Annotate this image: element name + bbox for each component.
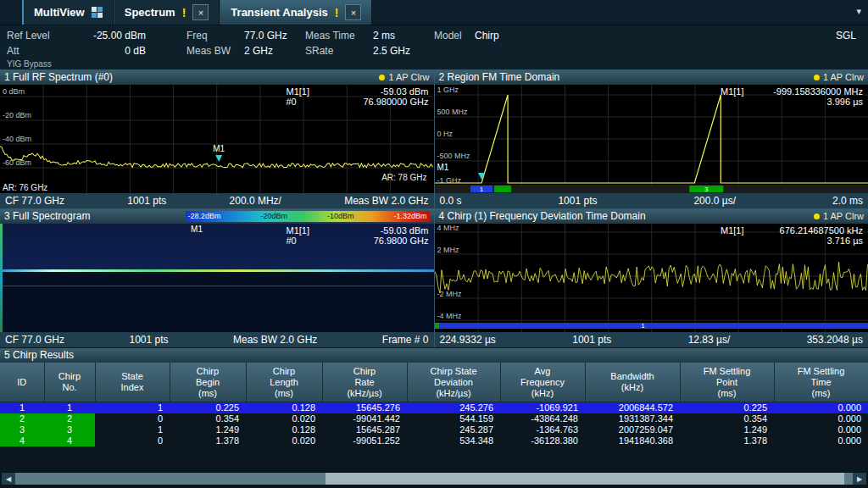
trace-info: 1 AP Clrw bbox=[814, 70, 864, 85]
table-cell: 0 bbox=[95, 413, 170, 424]
table-cell: 1 bbox=[0, 402, 44, 414]
footer-start: 0.0 s bbox=[440, 195, 462, 207]
yig-bypass-status: YIG Bypass bbox=[0, 58, 868, 69]
footer-scale: 12.83 µs/ bbox=[688, 334, 731, 346]
footer-scale: 200.0 MHz/ bbox=[230, 195, 281, 207]
rf-spectrum-trace-svg: M1 bbox=[0, 85, 434, 193]
horizontal-scrollbar[interactable]: ◀ ▶ bbox=[2, 473, 866, 485]
table-cell: -99041.442 bbox=[322, 413, 407, 424]
panel-title-bar[interactable]: 4 Chirp (1) Frequency Deviation Time Dom… bbox=[435, 209, 868, 224]
table-cell: 0.000 bbox=[774, 413, 868, 424]
footer-points: 1001 pts bbox=[572, 334, 611, 346]
column-header: Chirp Length (ms) bbox=[246, 363, 322, 402]
table-row[interactable]: 3311.2490.12815645.287245.287-1364.76320… bbox=[0, 424, 868, 435]
table-cell: -99051.252 bbox=[322, 435, 407, 446]
table-cell: 2006844.572 bbox=[585, 402, 680, 414]
panel-title: 1 Full RF Spectrum (#0) bbox=[4, 70, 113, 85]
axis-footer: 0.0 s 1001 pts 200.0 µs/ 2.0 ms bbox=[435, 193, 868, 208]
column-header: Chirp Rate (kHz/µs) bbox=[322, 363, 407, 402]
panel-region-fm-time-domain[interactable]: 2 Region FM Time Domain 1 AP Clrw 13 1 G… bbox=[435, 70, 868, 208]
table-cell: 2007259.047 bbox=[585, 424, 680, 435]
footer-frame: Frame # 0 bbox=[382, 334, 429, 346]
axis-footer: CF 77.0 GHz 1001 pts 200.0 MHz/ Meas BW … bbox=[0, 193, 434, 208]
ref-level-value[interactable]: -25.00 dBm bbox=[68, 30, 146, 42]
panel-chirp-frequency-deviation[interactable]: 4 Chirp (1) Frequency Deviation Time Dom… bbox=[435, 209, 868, 347]
axis-footer: 224.9332 µs 1001 pts 12.83 µs/ 353.2048 … bbox=[435, 332, 868, 347]
fm-time-domain-chart[interactable]: 13 1 GHz 500 MHz 0 Hz -500 MHz -1 GHz M1… bbox=[435, 85, 868, 193]
table-cell: 1 bbox=[95, 402, 170, 414]
svg-text:1: 1 bbox=[479, 186, 483, 193]
trace-info: 1 AP Clrw bbox=[814, 209, 864, 224]
svg-text:1: 1 bbox=[641, 323, 645, 330]
column-header: Chirp Begin (ms) bbox=[170, 363, 246, 402]
results-title-bar[interactable]: 5 Chirp Results bbox=[0, 348, 868, 363]
table-cell: 0.000 bbox=[774, 424, 868, 435]
panel-full-rf-spectrum[interactable]: 1 Full RF Spectrum (#0) 1 AP Clrw M1 0 d… bbox=[0, 70, 434, 208]
trace-color-icon bbox=[379, 75, 385, 80]
footer-scale: 200.0 µs/ bbox=[693, 195, 736, 207]
tab-label: MultiView bbox=[34, 6, 85, 19]
rf-spectrum-chart[interactable]: M1 0 dBm -20 dBm -40 dBm -60 dBm M1[1]-5… bbox=[0, 85, 434, 193]
spectrogram-color-scale: -28.2dBm -20dBm -10dBm -1.32dBm bbox=[186, 211, 430, 222]
meas-bw-label: Meas BW bbox=[186, 45, 244, 57]
table-cell: 0.020 bbox=[246, 435, 322, 446]
meas-bw-value[interactable]: 2 GHz bbox=[244, 45, 305, 57]
tab-label: Transient Analysis bbox=[231, 6, 327, 19]
column-header: ID bbox=[0, 363, 44, 402]
chevron-down-icon[interactable]: ▾ bbox=[856, 6, 861, 17]
tab-multiview[interactable]: MultiView bbox=[22, 0, 114, 25]
table-cell: 2 bbox=[44, 413, 95, 424]
table-cell: 1.378 bbox=[170, 435, 246, 446]
scrollbar-thumb[interactable] bbox=[326, 473, 845, 485]
spectrogram-chart[interactable]: M1 M1[1]-59.03 dBm #076.9800 GHz bbox=[0, 224, 434, 332]
deviation-trace-svg: 1 bbox=[435, 224, 868, 332]
table-cell: 245.276 bbox=[407, 402, 500, 414]
model-label: Model bbox=[434, 30, 475, 42]
tab-spectrum[interactable]: Spectrum ! × bbox=[114, 0, 220, 25]
spectrogram-upper-band bbox=[0, 224, 434, 269]
footer-bw: Meas BW 2.0 GHz bbox=[344, 195, 428, 207]
scroll-left-icon[interactable]: ◀ bbox=[2, 473, 15, 485]
footer-start: 224.9332 µs bbox=[440, 334, 496, 346]
table-row[interactable]: 1110.2250.12815645.276245.276-1069.92120… bbox=[0, 402, 868, 414]
footer-cf: CF 77.0 GHz bbox=[5, 195, 64, 207]
table-row[interactable]: 4401.3780.020-99051.252534.348-36128.380… bbox=[0, 435, 868, 446]
panel-title-bar[interactable]: 2 Region FM Time Domain 1 AP Clrw bbox=[435, 70, 868, 85]
multiview-grid-icon bbox=[92, 7, 103, 18]
table-cell: 1.378 bbox=[680, 435, 774, 446]
close-icon[interactable]: × bbox=[192, 4, 209, 20]
table-cell: 1 bbox=[95, 424, 170, 435]
panel-title: 2 Region FM Time Domain bbox=[439, 70, 560, 85]
measurement-grid: 1 Full RF Spectrum (#0) 1 AP Clrw M1 0 d… bbox=[0, 69, 868, 347]
panel-full-spectrogram[interactable]: 3 Full Spectrogram -28.2dBm -20dBm -10dB… bbox=[0, 209, 434, 347]
panel-title-bar[interactable]: 1 Full RF Spectrum (#0) 1 AP Clrw bbox=[0, 70, 434, 85]
column-header: FM Settling Point (ms) bbox=[680, 363, 774, 402]
att-label: Att bbox=[7, 45, 68, 57]
table-cell: 0.000 bbox=[774, 435, 868, 446]
trace-info-label: 1 AP Clrw bbox=[823, 70, 864, 85]
scroll-right-icon[interactable]: ▶ bbox=[853, 473, 866, 485]
table-cell: 0.128 bbox=[246, 424, 322, 435]
frequency-deviation-chart[interactable]: 1 4 MHz 2 MHz -2 MHz -4 MHz M1[1]676.214… bbox=[435, 224, 868, 332]
model-value[interactable]: Chirp bbox=[475, 30, 499, 42]
table-cell: -1364.763 bbox=[500, 424, 585, 435]
results-tbody: 1110.2250.12815645.276245.276-1069.92120… bbox=[0, 402, 868, 447]
freq-value[interactable]: 77.0 GHz bbox=[244, 30, 305, 42]
table-row[interactable]: 2200.3540.020-99041.442544.159-43864.248… bbox=[0, 413, 868, 424]
table-cell: 0.225 bbox=[680, 402, 774, 414]
table-cell: 0.020 bbox=[246, 413, 322, 424]
att-value[interactable]: 0 dB bbox=[68, 45, 146, 57]
table-cell: 1 bbox=[44, 402, 95, 414]
tab-transient-analysis[interactable]: Transient Analysis ! × bbox=[220, 0, 372, 25]
meas-time-value[interactable]: 2 ms bbox=[373, 30, 434, 42]
table-header-row: ID Chirp No. State Index Chirp Begin (ms… bbox=[0, 363, 868, 402]
close-icon[interactable]: × bbox=[345, 4, 361, 20]
table-cell: 534.348 bbox=[407, 435, 500, 446]
results-title: 5 Chirp Results bbox=[4, 348, 74, 363]
srate-value[interactable]: 2.5 GHz bbox=[373, 45, 434, 57]
scrollbar-track[interactable] bbox=[15, 473, 853, 485]
panel-title-bar[interactable]: 3 Full Spectrogram -28.2dBm -20dBm -10dB… bbox=[0, 209, 434, 224]
single-sweep-badge: SGL bbox=[836, 30, 856, 42]
trace-info-label: 1 AP Clrw bbox=[823, 209, 864, 224]
scale-label: -20dBm bbox=[261, 209, 288, 224]
